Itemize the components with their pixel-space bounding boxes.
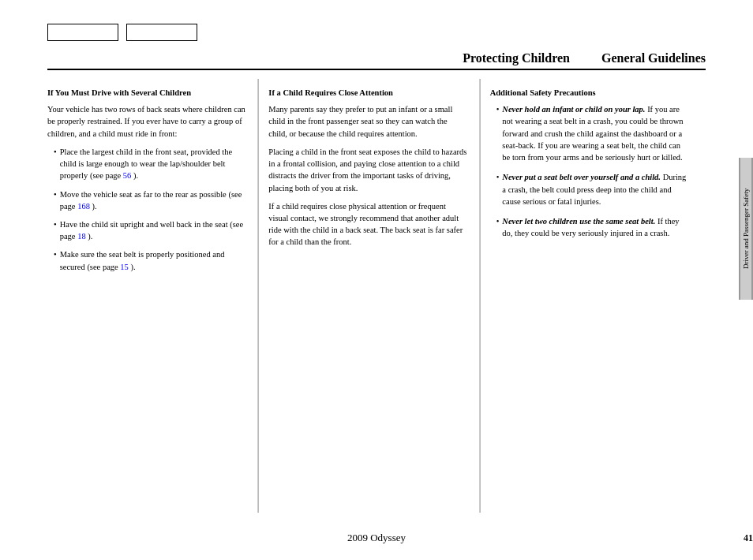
page-header: Protecting Children General Guidelines <box>47 51 706 70</box>
col2-para3: If a child requires close physical atten… <box>268 200 466 248</box>
sidebar-tab: Driver and Passenger Safety <box>739 158 753 300</box>
safety-dot-1: • <box>496 103 500 163</box>
page: Protecting Children General Guidelines I… <box>0 0 753 560</box>
col-3: Additional Safety Precautions • Never ho… <box>481 79 706 513</box>
page-footer: 2009 Odyssey <box>47 532 706 544</box>
header-title-2: General Guidelines <box>601 51 706 65</box>
header-title: Protecting Children General Guidelines <box>463 51 706 65</box>
safety-bullet-2: • Never put a seat belt over yourself an… <box>496 171 688 207</box>
col3-bullets: • Never hold an infant or child on your … <box>496 103 688 239</box>
bullet-3-text: Have the child sit upright and well back… <box>60 218 246 242</box>
link-15[interactable]: 15 <box>120 263 129 271</box>
col1-intro: Your vehicle has two rows of back seats … <box>47 103 245 140</box>
col2-para2: Placing a child in the front seat expose… <box>268 146 466 194</box>
bullet-3: • Have the child sit upright and well ba… <box>54 218 245 242</box>
col1-bullets: • Place the largest child in the front s… <box>54 146 245 273</box>
page-number: 41 <box>744 532 753 544</box>
link-56[interactable]: 56 <box>123 171 132 180</box>
bullet-1-text: Place the largest child in the front sea… <box>60 146 246 182</box>
col-1: If You Must Drive with Several Children … <box>47 79 258 513</box>
col2-para1: Many parents say they prefer to put an i… <box>268 103 466 140</box>
col-2: If a Child Requires Close Attention Many… <box>259 79 479 513</box>
bullet-dot-1: • <box>54 146 57 182</box>
safety-bullet-1: • Never hold an infant or child on your … <box>496 103 688 163</box>
bullet-4: • Make sure the seat belt is properly po… <box>54 248 245 272</box>
link-18[interactable]: 18 <box>77 232 86 241</box>
header-title-1: Protecting Children <box>463 51 570 65</box>
safety-1-text: Never hold an infant or child on your la… <box>502 103 688 163</box>
safety-dot-3: • <box>496 215 500 239</box>
footer-model: 2009 Odyssey <box>347 532 406 544</box>
top-nav <box>47 24 197 41</box>
col1-title: If You Must Drive with Several Children <box>47 87 245 99</box>
safety-3-text: Never let two children use the same seat… <box>502 215 688 239</box>
main-content: If You Must Drive with Several Children … <box>47 79 706 513</box>
col3-title: Additional Safety Precautions <box>490 87 688 99</box>
sidebar-tab-label: Driver and Passenger Safety <box>740 158 751 300</box>
bullet-dot-4: • <box>54 248 57 272</box>
nav-tab-2[interactable] <box>126 24 197 41</box>
safety-bullet-3: • Never let two children use the same se… <box>496 215 688 239</box>
nav-tab-1[interactable] <box>47 24 118 41</box>
bullet-dot-3: • <box>54 218 57 242</box>
bullet-dot-2: • <box>54 189 57 212</box>
safety-2-text: Never put a seat belt over yourself and … <box>502 171 688 207</box>
link-168[interactable]: 168 <box>77 202 90 211</box>
bullet-2: • Move the vehicle seat as far to the re… <box>54 189 245 212</box>
col2-title: If a Child Requires Close Attention <box>268 87 466 99</box>
safety-dot-2: • <box>496 171 500 207</box>
bullet-1: • Place the largest child in the front s… <box>54 146 245 182</box>
bullet-4-text: Make sure the seat belt is properly posi… <box>60 248 246 272</box>
bullet-2-text: Move the vehicle seat as far to the rear… <box>60 189 246 212</box>
